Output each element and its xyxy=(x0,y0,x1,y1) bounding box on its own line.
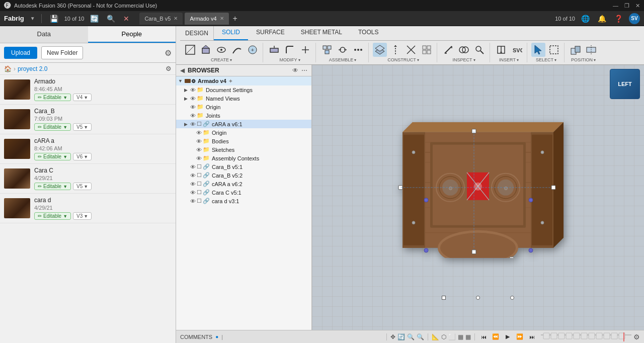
bell-icon[interactable]: 🔔 xyxy=(596,14,608,24)
create-revolve-icon[interactable] xyxy=(214,43,228,57)
file-item-cara-d[interactable]: cara d4/29/21 ✏ Editable ▼ V3▼ xyxy=(0,194,176,223)
tab-tools[interactable]: TOOLS xyxy=(350,26,386,40)
construct-axis-icon[interactable] xyxy=(388,43,403,57)
design-mode-button[interactable]: DESIGN xyxy=(180,26,214,40)
modify-press-pull-icon[interactable] xyxy=(267,43,281,57)
maximize-button[interactable]: ❐ xyxy=(624,3,629,9)
assemble-new-component-icon[interactable] xyxy=(320,43,334,57)
create-more-icon[interactable]: + xyxy=(246,43,260,57)
tree-eye-icon-2[interactable]: 👁 xyxy=(190,104,196,110)
file-item-cara-c[interactable]: Cara C4/29/21 ✏ Editable ▼ V5▼ xyxy=(0,164,176,194)
version-badge-0[interactable]: V4▼ xyxy=(73,94,92,101)
create-extrude-icon[interactable] xyxy=(199,43,213,57)
tree-eye-icon-12[interactable]: 👁 xyxy=(190,190,196,196)
tree-item-10[interactable]: 👁☐🔗Cara_B v5:2 xyxy=(176,171,311,180)
browser-eye-icon[interactable]: 👁 xyxy=(292,67,298,74)
play-next-button[interactable]: ⏩ xyxy=(515,332,525,342)
zoom-icon[interactable]: 🔍 xyxy=(407,333,415,340)
assemble-joint-icon[interactable] xyxy=(336,43,350,57)
project-settings-icon[interactable]: ⚙ xyxy=(166,65,172,72)
tree-item-7[interactable]: 👁📁Sketches xyxy=(176,145,311,154)
tree-checkbox-12[interactable]: ☐ xyxy=(197,189,202,196)
user-avatar[interactable]: SV xyxy=(629,13,640,24)
search-icon[interactable]: 🔍 xyxy=(105,14,117,24)
tree-item-9[interactable]: 👁☐🔗Cara_B v5:1 xyxy=(176,162,311,171)
tab-armado[interactable]: Armado v4 ✕ xyxy=(185,13,228,25)
browser-collapse-icon[interactable]: ◀ xyxy=(180,67,185,74)
assemble-more-icon[interactable] xyxy=(351,43,365,57)
tree-item-2[interactable]: 👁📁Origin xyxy=(176,103,311,111)
play-end-button[interactable]: ⏭ xyxy=(527,332,537,342)
select-window-icon[interactable] xyxy=(547,43,561,57)
tree-item-1[interactable]: ▶👁📁Named Views xyxy=(176,94,311,103)
editable-badge-0[interactable]: ✏ Editable ▼ xyxy=(34,94,71,101)
move-icon[interactable]: ✥ xyxy=(390,333,395,340)
notification-icon[interactable]: 🌐 xyxy=(579,14,592,24)
inspect-interference-icon[interactable] xyxy=(457,43,471,57)
tree-checkbox-11[interactable]: ☐ xyxy=(197,181,202,187)
tree-item-12[interactable]: 👁☐🔗Cara C v5:1 xyxy=(176,188,311,197)
tree-root[interactable]: ▼ ⚙ Armado v4 ✦ xyxy=(176,76,311,85)
badge-dropdown-3[interactable]: ▼ xyxy=(63,184,67,189)
play-prev-button[interactable]: ⏪ xyxy=(491,332,501,342)
play-start-button[interactable]: ⏮ xyxy=(478,332,489,342)
tree-checkbox-4[interactable]: ☐ xyxy=(197,121,202,127)
tree-item-11[interactable]: 👁☐🔗cARA a v6:2 xyxy=(176,180,311,188)
viewport-3d[interactable]: LEFT xyxy=(312,65,644,330)
tree-eye-icon-11[interactable]: 👁 xyxy=(190,181,196,187)
construct-offset-plane-icon[interactable] xyxy=(373,43,387,57)
app-dropdown-arrow[interactable]: ▼ xyxy=(30,16,35,21)
file-item-cara-a[interactable]: cARA a8:42:06 AM ✏ Editable ▼ V6▼ xyxy=(0,134,176,164)
file-item-armado[interactable]: Armado8:46:45 AM ✏ Editable ▼ V4▼ xyxy=(0,75,176,105)
nav-cube[interactable]: LEFT xyxy=(610,69,640,99)
version-badge-1[interactable]: V5▼ xyxy=(73,123,92,131)
tree-eye-icon-8[interactable]: 👁 xyxy=(196,155,202,161)
control-point-bottom-center[interactable] xyxy=(476,296,480,300)
create-sweep-icon[interactable] xyxy=(230,43,244,57)
tree-eye-icon-5[interactable]: 👁 xyxy=(196,130,202,136)
badge-dropdown-1[interactable]: ▼ xyxy=(63,125,67,130)
editable-badge-1[interactable]: ✏ Editable ▼ xyxy=(34,123,71,131)
tab-armado-close[interactable]: ✕ xyxy=(220,16,224,21)
insert-derive-icon[interactable] xyxy=(494,43,508,57)
timeline-settings-icon[interactable]: ⚙ xyxy=(633,333,640,341)
tab-cara-b-close[interactable]: ✕ xyxy=(174,16,178,21)
tree-checkbox-9[interactable]: ☐ xyxy=(197,163,202,170)
section-icon[interactable]: ⬡ xyxy=(441,333,446,340)
control-point-bottom-right[interactable] xyxy=(510,296,514,300)
tree-item-0[interactable]: ▶👁📁Document Settings xyxy=(176,85,311,94)
window-controls[interactable]: — ❐ ✕ xyxy=(613,3,640,9)
minimize-button[interactable]: — xyxy=(613,3,618,9)
version-badge-3[interactable]: V5▼ xyxy=(73,183,92,190)
tree-eye-icon-0[interactable]: 👁 xyxy=(190,87,196,93)
select-arrow-icon[interactable] xyxy=(531,43,545,57)
file-item-cara_b[interactable]: Cara_B7:09:03 PM ✏ Editable ▼ V5▼ xyxy=(0,105,176,134)
tree-eye-icon-7[interactable]: 👁 xyxy=(196,147,202,153)
control-point-bottom-left[interactable] xyxy=(442,296,446,300)
tree-item-6[interactable]: 👁📁Bodies xyxy=(176,137,311,145)
position-icon-2[interactable] xyxy=(584,43,598,57)
construct-point-icon[interactable] xyxy=(404,43,418,57)
new-tab-button[interactable]: + xyxy=(231,13,239,24)
environment-icon[interactable]: ▦ xyxy=(458,333,463,340)
tree-checkbox-10[interactable]: ☐ xyxy=(197,172,202,179)
tab-cara-b[interactable]: Cara_B v5 ✕ xyxy=(139,13,183,25)
modify-more-icon[interactable] xyxy=(298,43,312,57)
version-badge-4[interactable]: V3▼ xyxy=(73,212,92,220)
construct-more-icon[interactable] xyxy=(420,43,434,57)
modify-fillet-icon[interactable] xyxy=(283,43,297,57)
zoom-fit-icon[interactable]: 🔍 xyxy=(417,333,424,340)
sync-icon[interactable]: 🔄 xyxy=(88,14,101,24)
badge-dropdown-2[interactable]: ▼ xyxy=(63,154,67,159)
panel-settings-icon[interactable]: ⚙ xyxy=(165,48,172,58)
tree-checkbox-13[interactable]: ☐ xyxy=(197,198,202,204)
save-icon[interactable]: 💾 xyxy=(48,14,60,24)
tree-eye-icon-13[interactable]: 👁 xyxy=(190,198,196,204)
grid-icon[interactable]: ⬜ xyxy=(448,333,456,340)
editable-badge-3[interactable]: ✏ Editable ▼ xyxy=(34,183,71,190)
tree-eye-icon-10[interactable]: 👁 xyxy=(190,173,196,179)
position-icon-1[interactable] xyxy=(569,43,583,57)
effects-icon[interactable]: ▦ xyxy=(465,333,471,340)
home-icon[interactable]: 🏠 xyxy=(4,65,12,72)
close-button[interactable]: ✕ xyxy=(635,3,640,9)
